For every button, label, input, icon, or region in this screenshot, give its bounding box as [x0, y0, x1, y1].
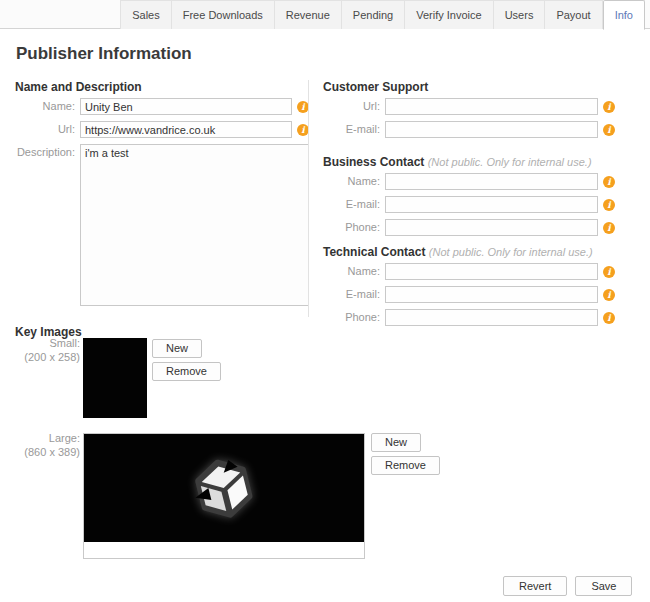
small-image-new-button[interactable]: New — [152, 339, 202, 358]
info-icon[interactable]: i — [603, 101, 615, 113]
large-key-image — [84, 434, 364, 542]
info-icon[interactable]: i — [603, 124, 615, 136]
section-name-and-description: Name and Description Name: i Url: i Desc… — [15, 80, 309, 312]
technical-contact-phone-input[interactable] — [385, 309, 598, 326]
tc-email-row: E-mail: i — [323, 286, 615, 303]
business-contact-phone-input[interactable] — [385, 219, 598, 236]
small-image-remove-button[interactable]: Remove — [152, 362, 221, 381]
business-contact-name-input[interactable] — [385, 173, 598, 190]
business-contact-note: (Not public. Only for internal use.) — [428, 156, 592, 168]
customer-support-email-input[interactable] — [385, 121, 598, 138]
revert-button[interactable]: Revert — [503, 576, 567, 596]
tab-users[interactable]: Users — [493, 0, 545, 29]
bc-name-row: Name: i — [323, 173, 615, 190]
info-icon[interactable]: i — [603, 266, 615, 278]
cs-email-label: E-mail: — [323, 121, 385, 138]
description-row: Description: i'm a test — [15, 144, 309, 306]
large-image-label: Large: (860 x 389) — [0, 431, 80, 459]
large-image-remove-button[interactable]: Remove — [371, 456, 440, 475]
business-contact-heading: Business Contact (Not public. Only for i… — [323, 155, 615, 169]
bc-email-row: E-mail: i — [323, 196, 615, 213]
small-image-label: Small: (200 x 258) — [0, 336, 80, 364]
info-icon[interactable]: i — [603, 289, 615, 301]
large-image-size: (860 x 389) — [0, 445, 80, 459]
tc-email-label: E-mail: — [323, 286, 385, 303]
description-textarea[interactable]: i'm a test — [80, 144, 309, 306]
technical-contact-name-input[interactable] — [385, 263, 598, 280]
save-button[interactable]: Save — [575, 576, 632, 596]
info-icon[interactable]: i — [603, 176, 615, 188]
info-icon[interactable]: i — [603, 312, 615, 324]
name-row: Name: i — [15, 98, 309, 115]
page-title: Publisher Information — [16, 44, 192, 64]
customer-support-heading: Customer Support — [323, 80, 615, 94]
cs-url-row: Url: i — [323, 98, 615, 115]
column-divider — [308, 80, 309, 317]
publisher-info-page: Sales Free Downloads Revenue Pending Ver… — [0, 0, 650, 602]
small-image-size: (200 x 258) — [0, 350, 80, 364]
cs-url-label: Url: — [323, 98, 385, 115]
tc-name-row: Name: i — [323, 263, 615, 280]
large-image-new-button[interactable]: New — [371, 433, 421, 452]
name-label: Name: — [15, 98, 80, 115]
name-and-description-heading: Name and Description — [15, 80, 309, 94]
technical-contact-heading: Technical Contact (Not public. Only for … — [323, 245, 615, 259]
info-icon[interactable]: i — [603, 199, 615, 211]
cs-email-row: E-mail: i — [323, 121, 615, 138]
section-contacts: Customer Support Url: i E-mail: i Busine… — [323, 80, 615, 332]
url-row: Url: i — [15, 121, 309, 138]
technical-contact-note: (Not public. Only for internal use.) — [429, 246, 593, 258]
tab-free-downloads[interactable]: Free Downloads — [171, 0, 274, 29]
bc-email-label: E-mail: — [323, 196, 385, 213]
technical-contact-email-input[interactable] — [385, 286, 598, 303]
large-image-buttons: New Remove — [371, 433, 440, 475]
customer-support-url-input[interactable] — [385, 98, 598, 115]
tc-phone-label: Phone: — [323, 309, 385, 326]
bc-name-label: Name: — [323, 173, 385, 190]
large-key-image-container — [83, 433, 365, 559]
bc-phone-label: Phone: — [323, 219, 385, 236]
tab-revenue[interactable]: Revenue — [274, 0, 341, 29]
bc-phone-row: Phone: i — [323, 219, 615, 236]
tab-payout[interactable]: Payout — [544, 0, 602, 29]
footer-actions: Revert Save — [503, 576, 632, 596]
business-contact-email-input[interactable] — [385, 196, 598, 213]
tab-pending[interactable]: Pending — [341, 0, 404, 29]
small-image-buttons: New Remove — [152, 339, 221, 381]
publisher-url-input[interactable] — [80, 121, 292, 138]
tab-verify-invoice[interactable]: Verify Invoice — [404, 0, 492, 29]
tab-info[interactable]: Info — [603, 0, 645, 30]
small-key-image — [83, 338, 147, 418]
tab-sales[interactable]: Sales — [120, 0, 171, 29]
tc-phone-row: Phone: i — [323, 309, 615, 326]
description-label: Description: — [15, 144, 80, 161]
info-icon[interactable]: i — [603, 222, 615, 234]
url-label: Url: — [15, 121, 80, 138]
tc-name-label: Name: — [323, 263, 385, 280]
publisher-name-input[interactable] — [80, 98, 292, 115]
tab-bar: Sales Free Downloads Revenue Pending Ver… — [0, 0, 650, 29]
unity-cube-logo-icon — [193, 456, 255, 520]
